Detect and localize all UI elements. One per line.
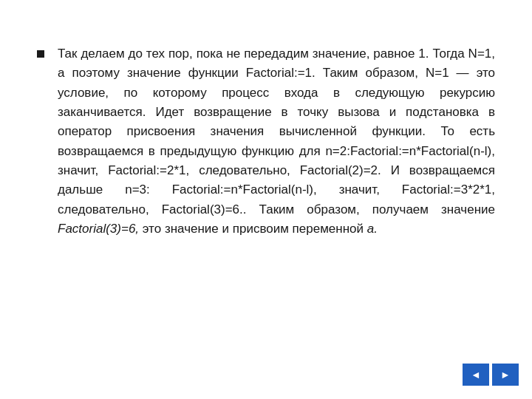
- bullet-text: Так делаем до тех пор, пока не передадим…: [58, 44, 495, 239]
- italic-text-2: а.: [367, 222, 378, 236]
- italic-text-1: Factorial(3)=6,: [58, 222, 139, 236]
- next-button[interactable]: ►: [492, 364, 519, 386]
- navigation-buttons: ◄ ►: [463, 364, 519, 386]
- prev-button[interactable]: ◄: [463, 364, 489, 386]
- bullet-item: Так делаем до тех пор, пока не передадим…: [37, 44, 495, 239]
- bullet-marker: [37, 50, 44, 58]
- slide: Так делаем до тех пор, пока не передадим…: [0, 0, 532, 399]
